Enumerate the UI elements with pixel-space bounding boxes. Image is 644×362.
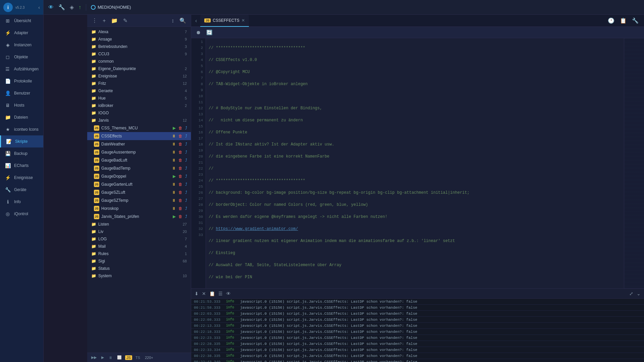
folder-common[interactable]: 📁 common (87, 58, 191, 65)
back-button[interactable]: ‹ (193, 16, 200, 25)
export-button[interactable]: ⤴ (184, 149, 188, 155)
delete-button[interactable]: 🗑 (177, 125, 183, 131)
script-gaugebadluft[interactable]: JS GaugeBadLuft ⏸ 🗑 ⤴ (87, 156, 191, 164)
delete-button[interactable]: 🗑 (177, 133, 183, 139)
sidebar-item-icontwo[interactable]: ★ icontwo Icons (0, 123, 43, 135)
log-filter-icon[interactable]: ☰ (218, 290, 223, 297)
pause-button[interactable]: ⏸ (171, 149, 177, 155)
folder-geraete[interactable]: 📁 Geraete 4 (87, 87, 191, 95)
sidebar-item-uebersicht[interactable]: ⊞ Übersicht (0, 15, 43, 27)
log-hide-icon[interactable]: 👁 (225, 290, 231, 297)
sidebar-item-instanzen[interactable]: ◈ Instanzen (0, 39, 43, 51)
sidebar-item-dateien[interactable]: 📁 Dateien (0, 111, 43, 123)
sidebar-item-ereignisse[interactable]: ⚡ Ereignisse (0, 172, 43, 184)
tools-button[interactable]: 🔧 (631, 17, 640, 24)
sidebar-item-echarts[interactable]: 📊 ECharts (0, 160, 43, 172)
pause-button[interactable]: ⏸ (171, 166, 177, 171)
export-button[interactable]: ⤴ (184, 198, 188, 203)
run-button[interactable]: ▶ (100, 355, 105, 360)
folder-betriebsstunden[interactable]: 📁 Betriebsstunden 3 (87, 43, 191, 50)
folder-listen[interactable]: 📁 Listen 27 (87, 221, 191, 228)
script-gaugesztemp[interactable]: JS GaugeSZTemp ⏸ 🗑 ⤴ (87, 196, 191, 204)
log-copy-icon[interactable]: 📋 (209, 290, 216, 297)
delete-button[interactable]: 🗑 (177, 190, 183, 195)
pause-button[interactable]: ⏸ (171, 158, 177, 163)
delete-button[interactable]: 🗑 (177, 206, 183, 211)
sidebar-item-aufzaehlungen[interactable]: ☰ Aufzählungen (0, 63, 43, 75)
delete-button[interactable]: 🗑 (177, 214, 183, 219)
folder-ansage[interactable]: 📁 Ansage 9 (87, 36, 191, 43)
script-jarvis-states[interactable]: JS Jarvis_States_prüfen ▶ 🗑 ⤴ (87, 213, 191, 221)
sidebar-item-skripte[interactable]: 📝 Skripte (0, 135, 43, 147)
delete-button[interactable]: 🗑 (177, 182, 183, 187)
pause-button[interactable]: ⏸ (171, 206, 177, 211)
stop-button[interactable]: ⬜ (116, 355, 123, 360)
script-dateweather[interactable]: JS DateWeather ⏸ 🗑 ⤴ (87, 140, 191, 148)
folder-alexa[interactable]: 📁 Alexa 7 (87, 28, 191, 36)
folder-log[interactable]: 📁 LOG 7 (87, 235, 191, 243)
log-minimize-icon[interactable]: ⌄ (636, 290, 641, 297)
log-resize-icon[interactable]: ⤢ (629, 290, 634, 297)
export-button[interactable]: ⤴ (184, 206, 188, 211)
folder-liv[interactable]: 📁 Liv 20 (87, 228, 191, 235)
export-button[interactable]: ⤴ (184, 190, 188, 195)
folder-ereignisse[interactable]: 📁 Ereignisse 12 (87, 72, 191, 80)
folder-mail[interactable]: 📁 Mail 4 (87, 243, 191, 250)
pause-button[interactable]: ⏸ (171, 133, 177, 139)
export-button[interactable]: ⤴ (184, 166, 188, 171)
script-csseffects[interactable]: JS CSSEffects ⏸ 🗑 ⤴ (87, 132, 191, 140)
sidebar-item-geraete[interactable]: 🔧 Geräte (0, 184, 43, 196)
pause-button[interactable]: ⏸ (171, 198, 177, 203)
clipboard-button[interactable]: 📋 (619, 17, 628, 24)
export-button[interactable]: ⤴ (184, 133, 188, 139)
export-button[interactable]: ⤴ (184, 158, 188, 163)
log-clear-icon[interactable]: ✕ (201, 290, 207, 297)
delete-button[interactable]: 🗑 (177, 158, 183, 163)
delete-button[interactable]: 🗑 (177, 166, 183, 171)
log-down-icon[interactable]: ⬇ (194, 290, 199, 297)
refresh-button[interactable]: 🔄 (205, 29, 214, 36)
history-button[interactable]: 🕐 (606, 17, 616, 24)
folder-jarvis[interactable]: 📁 Jarvis 12 (87, 117, 191, 124)
sort-button[interactable]: ↕ (170, 17, 175, 24)
export-button[interactable]: ⤴ (184, 141, 188, 147)
sidebar-item-protokolle[interactable]: 📄 Protokolle (0, 75, 43, 87)
export-button[interactable]: ⤴ (184, 174, 188, 179)
sidebar-item-hosts[interactable]: 🖥 Hosts (0, 99, 43, 111)
folder-iobroker[interactable]: 📁 ioBroker 2 (87, 102, 191, 109)
pause-button[interactable]: ⏸ (171, 141, 177, 147)
run-all-button[interactable]: ▶▶ (90, 355, 98, 360)
sidebar-item-iqontrol[interactable]: ◎ iQontrol (0, 208, 43, 220)
add-folder-button[interactable]: 📁 (110, 17, 119, 24)
script-gaugeaussentemp[interactable]: JS GaugeAussentemp ⏸ 🗑 ⤴ (87, 148, 191, 156)
delete-button[interactable]: 🗑 (177, 141, 183, 147)
pause-button[interactable]: ⏸ (107, 355, 114, 360)
code-content[interactable]: // *************************************… (206, 38, 624, 288)
tab-close-button[interactable]: ✕ (241, 18, 245, 23)
folder-system[interactable]: 📁 System 10 (87, 272, 191, 280)
add-script-button[interactable]: + (101, 17, 107, 24)
script-horoskop[interactable]: JS Horoskop ⏸ 🗑 ⤴ (87, 204, 191, 213)
folder-rules[interactable]: 📁 Rules 1 (87, 250, 191, 257)
run-button[interactable]: ▶ (172, 174, 177, 179)
delete-button[interactable]: 🗑 (177, 174, 183, 179)
script-css-themes-mcu[interactable]: JS CSS_Themes_MCU ▶ 🗑 ⤴ (87, 124, 191, 132)
script-gaugeszluft[interactable]: JS GaugeSZLuft ⏸ 🗑 ⤴ (87, 188, 191, 196)
topbar-update-icon[interactable]: ↑ (78, 4, 81, 10)
folder-status[interactable]: 📁 Status (87, 265, 191, 272)
script-gaugegartenluft[interactable]: JS GaugeGartenLuft ⏸ 🗑 ⤴ (87, 180, 191, 188)
sidebar-item-benutzer[interactable]: 👤 Benutzer (0, 87, 43, 99)
collapse-sidebar-button[interactable]: ‹ (38, 5, 40, 10)
sidebar-item-info[interactable]: ℹ Info (0, 196, 43, 208)
script-gaugedoppel[interactable]: JS GaugeDoppel ▶ 🗑 ⤴ (87, 172, 191, 180)
delete-button[interactable]: 🗑 (177, 149, 183, 155)
ts-filter[interactable]: TS (134, 355, 142, 360)
topbar-settings-icon[interactable]: ◈ (70, 4, 74, 10)
pause-button[interactable]: ⏸ (171, 182, 177, 187)
edit-button[interactable]: ✎ (122, 17, 129, 24)
folder-sigi[interactable]: 📁 Sigi 68 (87, 257, 191, 265)
sidebar-item-backup[interactable]: 💾 Backup (0, 147, 43, 160)
pause-button[interactable]: ⏸ (171, 190, 177, 195)
folder-iogo[interactable]: 📁 IOGO (87, 109, 191, 117)
export-button[interactable]: ⤴ (184, 214, 188, 219)
